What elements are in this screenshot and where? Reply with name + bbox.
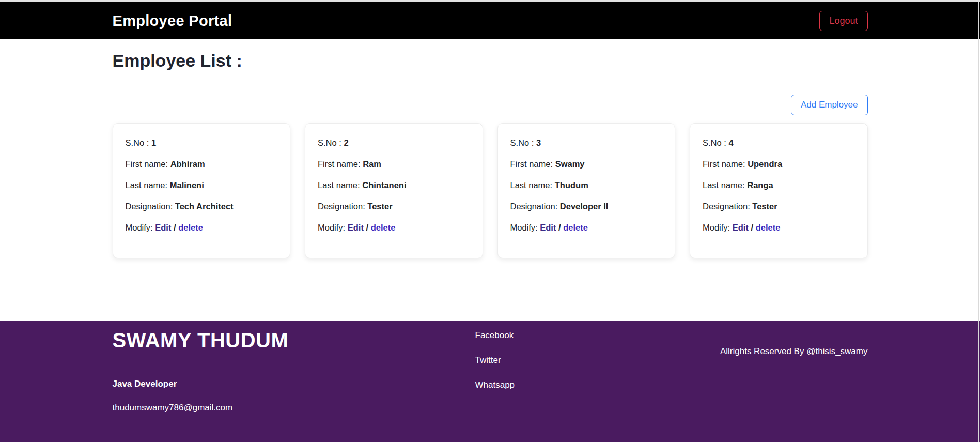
modify-label: Modify: — [318, 223, 345, 232]
designation-label: Designation: — [126, 202, 173, 211]
designation-label: Designation: — [510, 202, 558, 211]
navbar: Employee Portal Logout — [0, 2, 980, 39]
designation-value: Tester — [752, 202, 777, 211]
first-name-label: First name: — [510, 159, 553, 169]
employee-card: S.No : 3 First name: Swamy Last name: Th… — [497, 123, 676, 258]
last-name-label: Last name: — [703, 180, 745, 190]
first-name-value: Abhiram — [170, 159, 205, 169]
last-name-label: Last name: — [126, 180, 168, 190]
first-name-label: First name: — [318, 159, 361, 169]
first-name-value: Swamy — [555, 159, 585, 169]
employee-card: S.No : 1 First name: Abhiram Last name: … — [113, 123, 291, 258]
footer-about-column: SWAMY THUDUM Java Developer thudumswamy7… — [113, 328, 303, 413]
sno-value: 3 — [536, 138, 541, 147]
delete-link[interactable]: delete — [178, 223, 203, 232]
delete-link[interactable]: delete — [371, 223, 396, 232]
footer-copyright-column: Allrights Reserved By @thisis_swamy — [720, 328, 868, 413]
link-separator: / — [558, 223, 561, 232]
employee-card-list: S.No : 1 First name: Abhiram Last name: … — [113, 123, 868, 258]
edit-link[interactable]: Edit — [155, 223, 171, 232]
sno-label: S.No : — [703, 138, 726, 147]
twitter-link[interactable]: Twitter — [475, 355, 515, 365]
last-name-value: Malineni — [170, 180, 204, 190]
designation-label: Designation: — [318, 202, 365, 211]
link-separator: / — [366, 223, 369, 232]
scrollbar-track[interactable] — [978, 2, 979, 442]
designation-value: Developer II — [560, 202, 609, 211]
footer-owner-name: SWAMY THUDUM — [113, 328, 303, 353]
sno-label: S.No : — [510, 138, 534, 147]
whatsapp-link[interactable]: Whatsapp — [475, 380, 515, 390]
footer-role: Java Developer — [113, 379, 303, 389]
footer-email: thudumswamy786@gmail.com — [113, 403, 303, 413]
delete-link[interactable]: delete — [563, 223, 588, 232]
edit-link[interactable]: Edit — [348, 223, 364, 232]
page-title: Employee List : — [113, 51, 868, 71]
sno-value: 4 — [728, 138, 733, 147]
footer-divider — [113, 365, 303, 365]
footer-social-column: Facebook Twitter Whatsapp — [475, 328, 515, 413]
facebook-link[interactable]: Facebook — [475, 330, 515, 341]
last-name-value: Ranga — [747, 180, 773, 190]
designation-value: Tech Architect — [175, 202, 234, 211]
edit-link[interactable]: Edit — [540, 223, 556, 232]
last-name-value: Thudum — [555, 180, 588, 190]
modify-label: Modify: — [126, 223, 153, 232]
first-name-label: First name: — [126, 159, 168, 169]
edit-link[interactable]: Edit — [733, 223, 749, 232]
employee-card: S.No : 4 First name: Upendra Last name: … — [690, 123, 868, 258]
first-name-value: Ram — [363, 159, 381, 169]
sno-label: S.No : — [318, 138, 341, 147]
last-name-label: Last name: — [318, 180, 360, 190]
first-name-value: Upendra — [748, 159, 782, 169]
modify-label: Modify: — [510, 223, 538, 232]
app-title: Employee Portal — [113, 12, 232, 29]
sno-label: S.No : — [126, 138, 149, 147]
designation-value: Tester — [367, 202, 392, 211]
logout-button[interactable]: Logout — [819, 11, 867, 31]
sno-value: 1 — [151, 138, 156, 147]
modify-label: Modify: — [703, 223, 730, 232]
main-content: Employee List : Add Employee S.No : 1 Fi… — [0, 51, 980, 321]
designation-label: Designation: — [703, 202, 750, 211]
first-name-label: First name: — [703, 159, 745, 169]
add-employee-button[interactable]: Add Employee — [791, 95, 868, 115]
link-separator: / — [751, 223, 754, 232]
last-name-label: Last name: — [510, 180, 553, 190]
last-name-value: Chintaneni — [362, 180, 406, 190]
delete-link[interactable]: delete — [756, 223, 781, 232]
footer: SWAMY THUDUM Java Developer thudumswamy7… — [0, 321, 980, 442]
copyright-text: Allrights Reserved By @thisis_swamy — [720, 346, 868, 357]
employee-card: S.No : 2 First name: Ram Last name: Chin… — [305, 123, 483, 258]
sno-value: 2 — [344, 138, 348, 147]
link-separator: / — [174, 223, 176, 232]
